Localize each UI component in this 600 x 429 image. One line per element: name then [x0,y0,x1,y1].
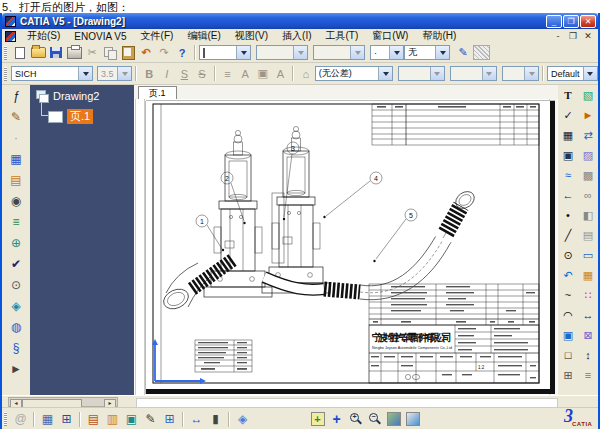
point-type-combo[interactable]: · [370,45,404,60]
menu-tools[interactable]: 工具(T) [319,29,366,43]
drawing-sheet[interactable]: 1 2 3 4 5 [146,101,555,394]
chevron-down-icon[interactable] [524,67,538,80]
undo-button[interactable]: ↶ [137,44,155,61]
style-combo[interactable]: Default [547,66,598,81]
italic-button[interactable]: I [158,65,176,82]
normal-view-button[interactable] [384,410,403,428]
chevron-down-icon[interactable] [236,46,250,59]
arrow-icon[interactable]: ← [559,185,577,205]
new-button[interactable] [11,44,29,61]
chevron-down-icon[interactable] [378,67,392,80]
table-icon[interactable]: ▦ [6,148,26,169]
left-scrollbar[interactable] [135,99,145,395]
profile-icon[interactable]: ↶ [559,265,577,285]
chevron-down-icon[interactable] [293,46,307,59]
line-type-combo[interactable] [313,45,365,60]
script-icon[interactable]: § [6,337,26,358]
chevron-down-icon[interactable] [430,67,444,80]
save-button[interactable] [47,44,65,61]
underline-button[interactable]: S [176,65,194,82]
close-button[interactable]: ✕ [580,15,596,28]
camera-icon[interactable]: ◉ [6,190,26,211]
scene-icon[interactable]: ▧ [579,85,597,105]
pointer-icon[interactable]: ► [579,105,597,125]
new-sheet-button[interactable]: ▤ [84,410,103,428]
toolbar-grip[interactable] [4,67,7,81]
menu-start[interactable]: 开始(S) [20,29,67,43]
ops-icon[interactable]: ⊞ [559,365,577,385]
overlay-icon[interactable]: ▨ [579,145,597,165]
insert-image-button[interactable]: ▣ [122,410,141,428]
drawing-viewport[interactable]: 1 2 3 4 5 [134,99,558,395]
frame-button[interactable]: ▣ [254,65,272,82]
copy-button[interactable] [101,44,119,61]
update-icon[interactable]: ⊠ [579,325,597,345]
spline-icon[interactable]: ~ [559,285,577,305]
zoom-out-button[interactable]: − [365,410,384,428]
link-icon[interactable]: ∞ [579,185,597,205]
menu-edit[interactable]: 编辑(E) [180,29,227,43]
numeric-display-combo[interactable] [450,66,497,81]
chevron-down-icon[interactable] [117,67,131,80]
constraint-icon[interactable]: · [6,127,26,148]
color-combo[interactable] [199,45,251,60]
chevron-down-icon[interactable] [78,67,92,80]
tree-root-node[interactable]: Drawing2 [36,90,99,102]
cut-button[interactable]: ✂ [83,44,101,61]
title-bar[interactable]: CATIA V5 - [Drawing2] _ ❐ ✕ [2,13,598,29]
tree-page-label[interactable]: 页.1 [67,109,93,124]
bold-button[interactable]: B [140,65,158,82]
line-icon[interactable]: ╱ [559,225,577,245]
mouse-icon[interactable]: ► [6,358,26,379]
chevron-down-icon[interactable] [435,46,449,59]
pan-button[interactable]: + [327,410,346,428]
menu-view[interactable]: 视图(V) [228,29,275,43]
arc-icon[interactable]: ◠ [559,305,577,325]
snap-to-grid-button[interactable]: ⊞ [57,410,76,428]
helmet-icon[interactable]: ◈ [6,295,26,316]
shade-icon[interactable]: ◧ [579,205,597,225]
gears-icon[interactable]: ⊙ [6,274,26,295]
gear-icon[interactable]: ⊕ [6,232,26,253]
print-button[interactable] [65,44,83,61]
chevron-down-icon[interactable] [350,46,364,59]
annotate-button[interactable]: ✎ [141,410,160,428]
paste-button[interactable] [119,44,137,61]
section-icon[interactable]: ▩ [579,165,597,185]
fit-all-button[interactable]: + [308,410,327,428]
layer-combo[interactable]: 无 [404,45,450,60]
erase-button[interactable]: ◈ [233,410,252,428]
tree-root-label[interactable]: Drawing2 [53,90,99,102]
child-close-button[interactable]: ✕ [582,31,594,41]
toolbar-grip[interactable] [4,46,7,60]
hatch-button[interactable] [472,44,490,61]
path-icon[interactable]: ≡ [579,365,597,385]
align-left-button[interactable]: ≡ [219,65,237,82]
sheetbg-icon[interactable]: ▤ [579,225,597,245]
help-button[interactable]: ? [173,44,191,61]
tolerance-combo[interactable]: (无公差) [315,66,393,81]
swap-icon[interactable]: ⇄ [579,125,597,145]
strikethrough-button[interactable]: S [193,65,211,82]
axis-icon[interactable]: ↕ [579,345,597,365]
font-combo[interactable]: SICH [11,66,93,81]
design-table-icon[interactable]: ▤ [6,169,26,190]
restore-button[interactable]: ❐ [563,15,579,28]
menu-enovia[interactable]: ENOVIA V5 [67,31,133,42]
menu-help[interactable]: 帮助(H) [415,29,463,43]
frame-icon[interactable]: ▦ [579,265,597,285]
pattern-icon[interactable]: ≈ [559,165,577,185]
circle-icon[interactable]: ⊙ [559,245,577,265]
tree-page-node[interactable]: 页.1 [48,109,93,124]
part-button[interactable]: ▮ [206,410,225,428]
menu-window[interactable]: 窗口(W) [365,29,415,43]
dimension-anchor-button[interactable]: ⌂ [297,65,315,82]
ruler-button[interactable]: ↔ [187,410,206,428]
mirror-icon[interactable]: ▣ [559,325,577,345]
link-button[interactable]: @ [11,410,30,428]
rules-icon[interactable]: ≡ [6,211,26,232]
new-view-button[interactable]: ▥ [103,410,122,428]
font-size-combo[interactable]: 3.5 [97,66,132,81]
toolbar-grip[interactable] [4,412,7,426]
table-icon[interactable]: ▦ [559,125,577,145]
